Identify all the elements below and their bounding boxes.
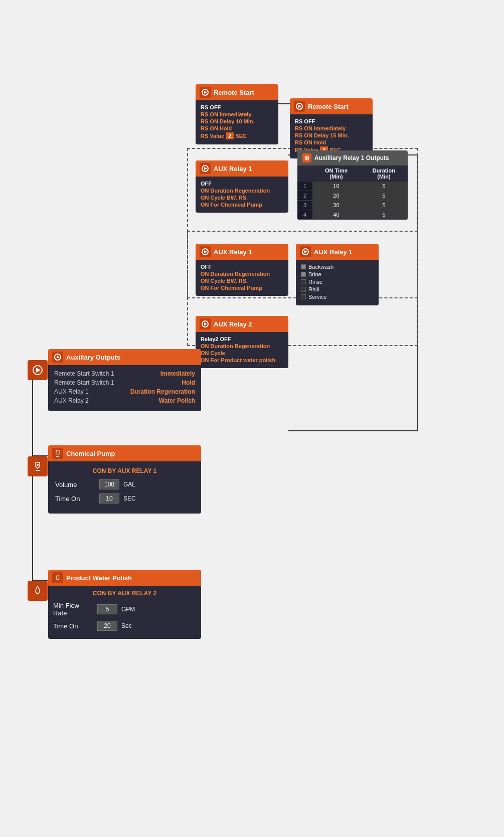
product-water-main-icon [52, 572, 63, 583]
aux-relay2-icon [200, 318, 211, 329]
aux-outputs-side-icon[interactable] [28, 360, 48, 380]
row-duration[interactable]: 5 [360, 191, 408, 201]
row-duration[interactable]: 5 [360, 210, 408, 220]
aux-outputs-main-card[interactable]: Auxiliary Outputs Remote Start Switch 1I… [48, 349, 201, 411]
svg-marker-11 [304, 250, 307, 253]
chem-timeon-label: Time On [55, 495, 95, 503]
aux-output-row: Remote Start Switch 1Immediately [54, 370, 195, 377]
chem-pump-side-icon[interactable] [28, 456, 48, 476]
rs2-item-3: RS ON Hold [295, 139, 368, 145]
chem-pump-main-card[interactable]: Chemical Pump CON BY AUX RELAY 1 Volume … [48, 445, 201, 514]
row-duration[interactable]: 5 [360, 201, 408, 210]
row-ontime[interactable]: 40 [312, 210, 360, 220]
aux-outputs-main-icon [52, 352, 63, 363]
aux-row-label: AUX Relay 1 [54, 388, 89, 395]
table-col-num [297, 165, 312, 182]
check-box[interactable] [301, 264, 306, 269]
main-container: Remote Start RS OFF RS ON Immediately RS… [0, 0, 504, 837]
aux-relay1-left-card[interactable]: AUX Relay 1 OFF ON Duration Regeneration… [196, 160, 288, 213]
rs1-item-1: RS ON Immediately [201, 111, 273, 117]
aux-outputs-main-body: Remote Start Switch 1ImmediatelyRemote S… [48, 365, 201, 411]
chem-timeon-value[interactable]: 10 [99, 493, 119, 504]
aux-relay-table-body: ON Time(Min) Duration(Min) 1105220533054… [297, 165, 408, 220]
aux-row-value[interactable]: Water Polish [159, 397, 195, 404]
check-box[interactable] [301, 279, 306, 284]
pw-timeon-value[interactable]: 20 [97, 621, 117, 631]
rs1-unit: SEC [235, 133, 247, 139]
aux-relay1-left-body: OFF ON Duration Regeneration ON Cycle BW… [196, 177, 288, 213]
check-label: Rhill [308, 286, 319, 292]
aux-relay2-card[interactable]: AUX Relay 2 Relay2 OFF ON Duration Regen… [196, 316, 288, 368]
rs1-value-label: RS Value [201, 133, 224, 139]
table-col-duration: Duration(Min) [360, 165, 408, 182]
check-label: Brine [308, 271, 321, 277]
row-ontime[interactable]: 30 [312, 201, 360, 210]
remote-start-1-card[interactable]: Remote Start RS OFF RS ON Immediately RS… [196, 84, 278, 144]
pw-flowrate-label: Min Flow Rate [53, 602, 93, 617]
table-col-ontime: ON Time(Min) [312, 165, 360, 182]
product-water-main-title: Product Water Polish [66, 574, 132, 582]
row-ontime[interactable]: 10 [312, 182, 360, 191]
aux-relay-table-card[interactable]: Auxilliary Relay 1 Outputs ON Time(Min) … [297, 150, 408, 220]
aux-relay1-right-title: AUX Relay 1 [314, 248, 353, 256]
table-row: 4405 [297, 210, 408, 220]
pw-timeon-row: Time On 20 Sec [53, 621, 196, 631]
row-num: 3 [297, 201, 312, 210]
aux-output-row: AUX Relay 2Water Polish [54, 397, 195, 404]
ar1l-item-0: OFF [201, 181, 283, 187]
aux-output-row: Remote Start Switch 1Hold [54, 379, 195, 386]
svg-point-19 [37, 464, 39, 466]
row-num: 1 [297, 182, 312, 191]
remote-start-1-header: Remote Start [196, 84, 278, 100]
aux-outputs-main-header: Auxiliary Outputs [48, 349, 201, 365]
aux-relay1-left-icon [200, 163, 211, 174]
aux-row-label: Remote Start Switch 1 [54, 370, 114, 377]
remote-start-1-title: Remote Start [214, 89, 254, 96]
product-water-main-card[interactable]: Product Water Polish CON BY AUX RELAY 2 … [48, 570, 201, 639]
check-label: Backwash [308, 264, 333, 270]
check-item: Backwash [301, 264, 374, 270]
aux-relay1-lower-card[interactable]: AUX Relay 1 OFF ON Duration Regeneration… [196, 244, 288, 296]
aux-row-label: Remote Start Switch 1 [54, 379, 114, 386]
product-water-main-header: Product Water Polish [48, 570, 201, 586]
chem-pump-main-body: CON BY AUX RELAY 1 Volume 100 GAL Time O… [48, 461, 201, 514]
aux-relay1-left-header: AUX Relay 1 [196, 160, 288, 177]
rs1-value-row: RS Value 2 SEC [201, 132, 273, 139]
relay-output-table: ON Time(Min) Duration(Min) 1105220533054… [297, 165, 408, 220]
ar1l-item-3: ON For Chemical Pump [201, 202, 283, 208]
svg-marker-15 [36, 368, 41, 373]
aux-row-value[interactable]: Immediately [160, 370, 195, 377]
chem-pump-main-title: Chemical Pump [66, 450, 115, 457]
product-water-side-icon[interactable] [28, 581, 48, 601]
svg-marker-5 [204, 167, 207, 170]
aux-relay1-right-body: BackwashBrineRinseRhillService [296, 260, 379, 305]
ar1lo-item-1: ON Duration Regeneration [201, 271, 283, 277]
check-box[interactable] [301, 287, 306, 292]
table-row: 2205 [297, 191, 408, 201]
row-num: 2 [297, 191, 312, 201]
aux-relay1-right-header: AUX Relay 1 [296, 244, 379, 260]
pw-flowrate-value[interactable]: 5 [97, 604, 117, 614]
check-box[interactable] [301, 294, 306, 299]
rs1-item-3: RS ON Hold [201, 125, 273, 131]
table-row: 1105 [297, 182, 408, 191]
aux-relay2-header: AUX Relay 2 [196, 316, 288, 332]
ar1lo-item-3: ON For Chemical Pump [201, 285, 283, 291]
check-box[interactable] [301, 272, 306, 277]
ar1lo-item-0: OFF [201, 264, 283, 270]
connector-right-bottom [288, 430, 418, 431]
aux-outputs-main-title: Auxiliary Outputs [66, 354, 120, 361]
row-duration[interactable]: 5 [360, 182, 408, 191]
aux-row-value[interactable]: Duration Regeneration [130, 388, 195, 395]
remote-start-2-card[interactable]: Remote Start RS OFF RS ON Immediately RS… [290, 98, 373, 158]
aux-relay1-lower-body: OFF ON Duration Regeneration ON Cycle BW… [196, 260, 288, 296]
product-water-subheader: CON BY AUX RELAY 2 [53, 590, 196, 597]
rs2-item-0: RS OFF [295, 118, 368, 124]
aux-row-value[interactable]: Hold [182, 379, 195, 386]
chem-volume-value[interactable]: 100 [99, 479, 119, 489]
connector-line-2 [32, 469, 33, 595]
row-ontime[interactable]: 20 [312, 191, 360, 201]
chem-volume-label: Volume [55, 481, 95, 488]
aux-relay1-right-card[interactable]: AUX Relay 1 BackwashBrineRinseRhillServi… [296, 244, 379, 305]
aux-output-row: AUX Relay 1Duration Regeneration [54, 388, 195, 395]
